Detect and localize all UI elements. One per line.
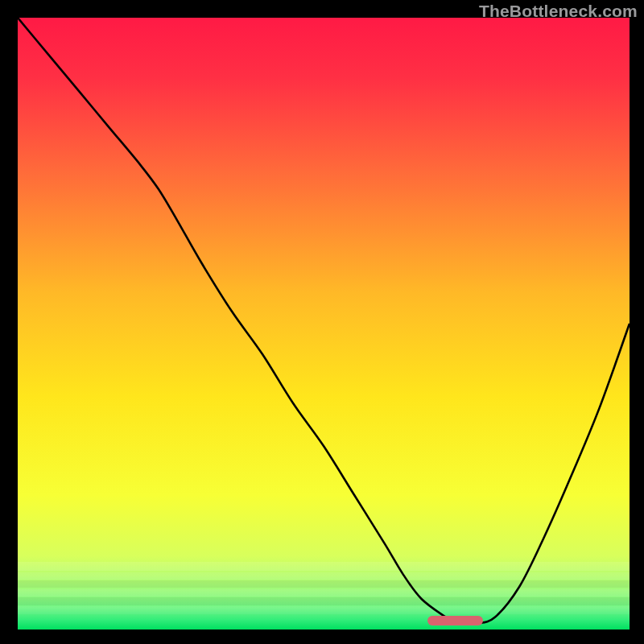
- plot-area: [18, 18, 630, 630]
- chart-canvas: TheBottleneck.com: [0, 0, 644, 644]
- optimal-range-marker: [427, 616, 482, 625]
- bottleneck-curve: [18, 18, 630, 630]
